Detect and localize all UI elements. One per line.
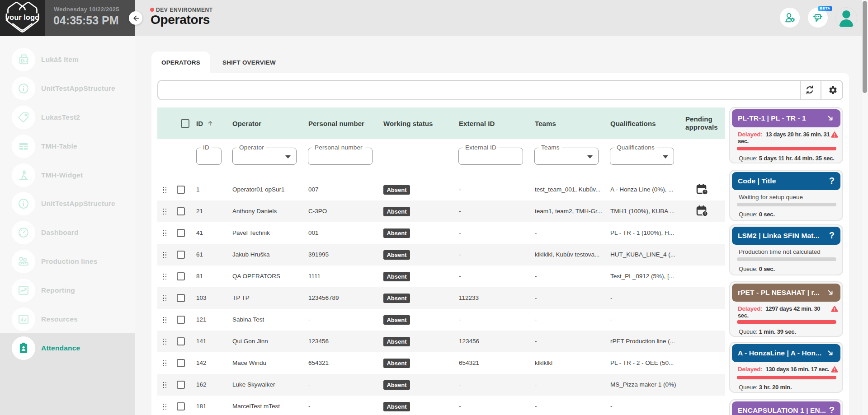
svg-text:your logo: your logo: [5, 13, 39, 21]
